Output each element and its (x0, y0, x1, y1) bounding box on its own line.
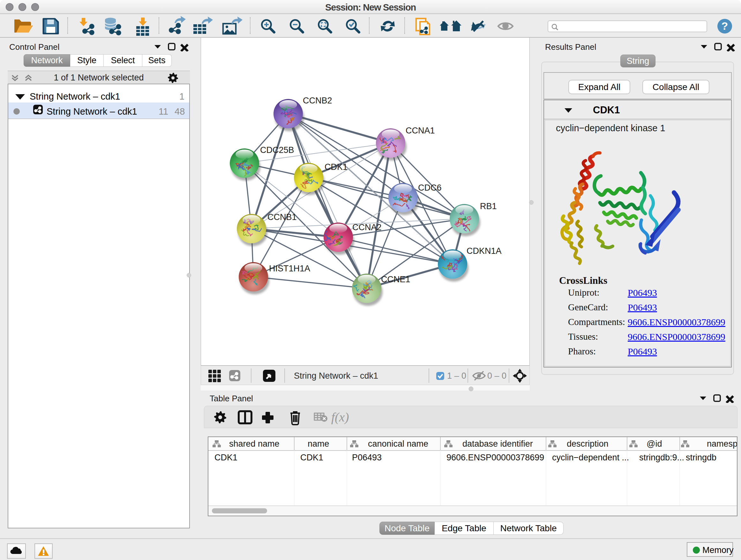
svg-text:CDK1: CDK1 (325, 162, 347, 172)
svg-text:CDK1: CDK1 (214, 453, 238, 462)
svg-text:namespace: namespace (707, 439, 737, 449)
svg-text:canonical name: canonical name (368, 439, 428, 449)
svg-text:description: description (567, 439, 609, 449)
svg-text:CCNB1: CCNB1 (267, 212, 297, 222)
svg-text:0 – 0: 0 – 0 (487, 371, 507, 381)
svg-text:@id: @id (647, 439, 662, 449)
svg-text:CDKN1A: CDKN1A (467, 246, 502, 256)
svg-text:stringdb:9...: stringdb:9... (639, 453, 684, 462)
svg-text:database identifier: database identifier (462, 439, 533, 449)
svg-text:?: ? (722, 20, 728, 32)
svg-text:CCNA1: CCNA1 (406, 126, 435, 135)
svg-text:String Network – cdk1: String Network – cdk1 (294, 371, 378, 381)
svg-text:1 – 0: 1 – 0 (447, 371, 466, 381)
svg-text:CDC25B: CDC25B (260, 145, 294, 155)
svg-text:9606.ENSP00000378699: 9606.ENSP00000378699 (447, 453, 544, 462)
svg-text:CDK1: CDK1 (300, 453, 323, 462)
svg-text:CCNB2: CCNB2 (303, 96, 332, 105)
svg-text:cyclin−dependent ...: cyclin−dependent ... (552, 453, 629, 462)
svg-text:HIST1H1A: HIST1H1A (269, 264, 310, 273)
svg-text:name: name (308, 439, 329, 449)
svg-text:P06493: P06493 (352, 453, 382, 462)
svg-text:CCNA2: CCNA2 (352, 223, 382, 232)
svg-text:CCNE1: CCNE1 (381, 274, 410, 284)
svg-text:RB1: RB1 (480, 201, 497, 211)
svg-text:stringdb: stringdb (686, 453, 717, 462)
svg-text:shared name: shared name (229, 439, 280, 449)
svg-text:f(x): f(x) (331, 410, 349, 424)
svg-text:CDC6: CDC6 (418, 183, 442, 192)
